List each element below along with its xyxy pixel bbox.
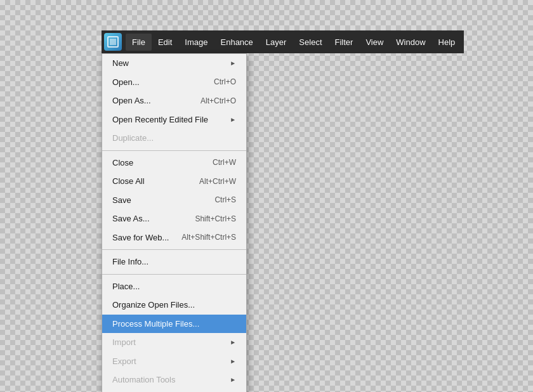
menu-item-file-info-label: File Info...: [112, 256, 148, 268]
menu-item-automation-arrow: ►: [230, 375, 236, 384]
menu-item-duplicate[interactable]: Duplicate...: [102, 129, 246, 148]
menu-select[interactable]: Select: [293, 34, 328, 51]
separator-1: [102, 150, 246, 151]
menu-item-open-shortcut: Ctrl+O: [214, 76, 236, 88]
separator-3: [102, 274, 246, 275]
menu-item-save-for-web[interactable]: Save for Web... Alt+Shift+Ctrl+S: [102, 228, 246, 247]
menu-layer[interactable]: Layer: [260, 34, 293, 51]
menu-item-save-as-label: Save As...: [112, 212, 150, 225]
menu-item-import-label: Import: [112, 336, 136, 349]
menu-item-open-as[interactable]: Open As... Alt+Ctrl+O: [102, 91, 246, 110]
menu-item-process-multiple[interactable]: Process Multiple Files...: [102, 315, 246, 334]
menu-item-save-for-web-label: Save for Web...: [112, 232, 169, 244]
menu-item-file-info[interactable]: File Info...: [102, 252, 246, 271]
menu-item-export[interactable]: Export ►: [102, 352, 246, 371]
menu-item-automation[interactable]: Automation Tools ►: [102, 370, 246, 389]
menu-item-save-shortcut: Ctrl+S: [214, 194, 236, 206]
menu-enhance[interactable]: Enhance: [214, 34, 260, 51]
menu-item-save-as-shortcut: Shift+Ctrl+S: [195, 213, 236, 225]
menu-item-close[interactable]: Close Ctrl+W: [102, 154, 246, 173]
menu-file[interactable]: File: [126, 34, 152, 51]
menu-item-organize[interactable]: Organize Open Files...: [102, 296, 246, 315]
app-icon: [104, 33, 122, 51]
app-window: File Edit Image Enhance Layer Select Fil…: [0, 0, 464, 53]
menu-item-import[interactable]: Import ►: [102, 333, 246, 352]
menu-item-export-arrow: ►: [230, 356, 236, 366]
menu-item-duplicate-label: Duplicate...: [112, 132, 154, 145]
menubar: File Edit Image Enhance Layer Select Fil…: [102, 30, 464, 53]
menu-view[interactable]: View: [359, 34, 390, 51]
menu-item-close-all[interactable]: Close All Alt+Ctrl+W: [102, 172, 246, 191]
menu-item-export-label: Export: [112, 355, 136, 368]
menu-item-import-arrow: ►: [230, 337, 236, 347]
menu-item-close-all-shortcut: Alt+Ctrl+W: [199, 176, 236, 187]
menu-item-open-label: Open...: [112, 76, 140, 89]
file-dropdown: New ► Open... Ctrl+O Open As... Alt+Ctrl…: [102, 53, 247, 392]
menu-item-place[interactable]: Place...: [102, 277, 246, 296]
menu-window[interactable]: Window: [390, 34, 431, 51]
menu-help[interactable]: Help: [432, 34, 462, 51]
menu-image[interactable]: Image: [178, 34, 214, 51]
menu-item-save[interactable]: Save Ctrl+S: [102, 191, 246, 210]
menu-item-open-as-shortcut: Alt+Ctrl+O: [201, 95, 236, 107]
menu-item-organize-label: Organize Open Files...: [112, 299, 195, 311]
menu-item-close-all-label: Close All: [112, 175, 145, 188]
menu-item-save-for-web-shortcut: Alt+Shift+Ctrl+S: [181, 232, 236, 243]
menu-item-place-label: Place...: [112, 280, 140, 293]
menu-item-open-recently-label: Open Recently Edited File: [112, 114, 208, 126]
app-icon-inner: [107, 36, 119, 48]
menu-item-save-label: Save: [112, 194, 131, 207]
menu-item-open-as-label: Open As...: [112, 95, 151, 107]
menu-item-close-shortcut: Ctrl+W: [213, 157, 236, 168]
menu-item-new-label: New: [112, 57, 129, 70]
menu-item-open[interactable]: Open... Ctrl+O: [102, 73, 246, 92]
menu-item-save-as[interactable]: Save As... Shift+Ctrl+S: [102, 209, 246, 228]
menu-item-automation-label: Automation Tools: [112, 374, 176, 386]
separator-2: [102, 249, 246, 250]
menu-item-open-recently[interactable]: Open Recently Edited File ►: [102, 110, 246, 129]
menu-item-process-multiple-label: Process Multiple Files...: [112, 318, 199, 330]
menu-item-new-arrow: ►: [230, 58, 236, 68]
menu-item-close-label: Close: [112, 157, 133, 169]
menu-edit[interactable]: Edit: [152, 34, 178, 51]
menu-item-open-recently-arrow: ►: [230, 115, 236, 124]
menu-filter[interactable]: Filter: [329, 34, 360, 51]
menu-item-new[interactable]: New ►: [102, 54, 246, 73]
